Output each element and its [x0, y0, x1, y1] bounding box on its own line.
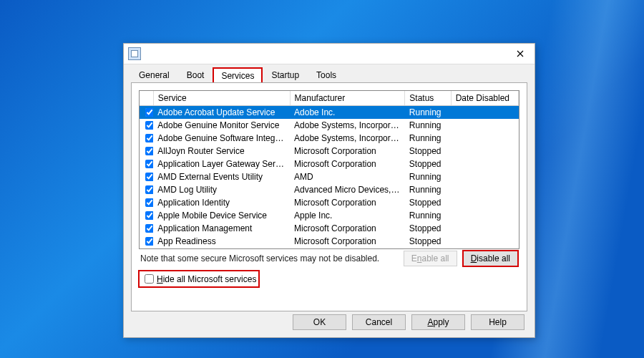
col-manufacturer[interactable]: Manufacturer	[290, 91, 405, 106]
cell-manufacturer: Microsoft Corporation	[290, 248, 405, 248]
cell-status: Running	[405, 183, 451, 196]
cancel-button[interactable]: Cancel	[352, 314, 406, 330]
table-row[interactable]: Application Layer Gateway ServiceMicroso…	[140, 158, 519, 170]
service-checkbox[interactable]	[145, 108, 153, 117]
table-row[interactable]: Adobe Genuine Software Integri...Adobe S…	[140, 132, 519, 145]
tab-boot[interactable]: Boot	[179, 67, 213, 82]
cell-status: Running	[405, 209, 451, 222]
cell-manufacturer: Adobe Systems, Incorpora...	[290, 132, 405, 145]
table-row[interactable]: Adobe Genuine Monitor ServiceAdobe Syste…	[140, 119, 519, 132]
cell-service: Adobe Genuine Monitor Service	[153, 119, 290, 132]
cell-date_disabled	[451, 170, 518, 183]
help-button[interactable]: Help	[471, 314, 525, 330]
table-row[interactable]: AppX Deployment Service (AppX...Microsof…	[140, 248, 519, 248]
table-row[interactable]: Apple Mobile Device ServiceApple Inc.Run…	[140, 209, 519, 222]
cell-date_disabled	[451, 145, 518, 158]
service-checkbox[interactable]	[145, 134, 153, 142]
cell-manufacturer: Advanced Micro Devices, I...	[290, 183, 405, 196]
service-checkbox[interactable]	[145, 211, 153, 220]
col-checkbox[interactable]	[140, 91, 153, 106]
ok-button[interactable]: OK	[293, 314, 346, 330]
cell-manufacturer: AMD	[290, 170, 405, 183]
cell-date_disabled	[451, 209, 518, 222]
cell-date_disabled	[451, 183, 518, 196]
service-checkbox[interactable]	[145, 237, 153, 246]
service-checkbox[interactable]	[145, 147, 153, 155]
app-icon	[128, 47, 141, 60]
cell-manufacturer: Microsoft Corporation	[290, 235, 405, 248]
cell-status: Stopped	[405, 222, 451, 235]
desktop-wallpaper: GeneralBootServicesStartupTools Service …	[0, 0, 644, 358]
dialog-buttons: OK Cancel Apply Help	[293, 314, 525, 330]
close-icon	[517, 50, 524, 57]
tab-tools[interactable]: Tools	[308, 67, 344, 82]
service-checkbox[interactable]	[145, 121, 153, 130]
cell-manufacturer: Microsoft Corporation	[290, 158, 405, 170]
cell-date_disabled	[451, 196, 518, 209]
service-checkbox[interactable]	[145, 198, 153, 207]
tabstrip: GeneralBootServicesStartupTools	[124, 64, 535, 82]
cell-status: Stopped	[405, 235, 451, 248]
services-listview[interactable]: Service Manufacturer Status Date Disable…	[139, 90, 519, 249]
cell-service: Apple Mobile Device Service	[153, 209, 290, 222]
cell-status: Stopped	[405, 248, 451, 248]
cell-service: AMD Log Utility	[153, 183, 290, 196]
table-row[interactable]: Application ManagementMicrosoft Corporat…	[140, 222, 519, 235]
apply-button[interactable]: Apply	[411, 314, 465, 330]
cell-manufacturer: Apple Inc.	[290, 209, 405, 222]
cell-service: AMD External Events Utility	[153, 170, 290, 183]
cell-date_disabled	[451, 248, 518, 248]
cell-service: Adobe Acrobat Update Service	[153, 106, 290, 120]
cell-manufacturer: Adobe Inc.	[290, 106, 405, 120]
cell-date_disabled	[451, 119, 518, 132]
tab-general[interactable]: General	[131, 67, 177, 82]
cell-date_disabled	[451, 222, 518, 235]
table-row[interactable]: App ReadinessMicrosoft CorporationStoppe…	[140, 235, 519, 248]
cell-status: Running	[405, 106, 451, 120]
table-row[interactable]: AMD Log UtilityAdvanced Micro Devices, I…	[140, 183, 519, 196]
hide-microsoft-services-input[interactable]	[145, 274, 154, 284]
cell-service: Adobe Genuine Software Integri...	[153, 132, 290, 145]
secure-services-note: Note that some secure Microsoft services…	[140, 253, 379, 263]
cell-manufacturer: Microsoft Corporation	[290, 145, 405, 158]
tab-services[interactable]: Services	[213, 68, 262, 83]
cell-status: Running	[405, 170, 451, 183]
table-row[interactable]: Application IdentityMicrosoft Corporatio…	[140, 196, 519, 209]
cell-service: Application Identity	[153, 196, 290, 209]
table-row[interactable]: AllJoyn Router ServiceMicrosoft Corporat…	[140, 145, 519, 158]
cell-status: Stopped	[405, 158, 451, 170]
cell-date_disabled	[451, 132, 518, 145]
col-status[interactable]: Status	[405, 91, 451, 106]
cell-service: Application Layer Gateway Service	[153, 158, 290, 170]
cell-service: AllJoyn Router Service	[153, 145, 290, 158]
enable-all-button[interactable]: Enable all	[404, 251, 457, 266]
service-checkbox[interactable]	[145, 224, 153, 233]
col-service[interactable]: Service	[153, 91, 290, 106]
cell-status: Stopped	[405, 196, 451, 209]
tab-startup[interactable]: Startup	[263, 67, 307, 82]
cell-service: AppX Deployment Service (AppX...	[153, 248, 290, 248]
service-checkbox[interactable]	[145, 160, 153, 168]
service-checkbox[interactable]	[145, 173, 153, 181]
table-row[interactable]: Adobe Acrobat Update ServiceAdobe Inc.Ru…	[140, 106, 519, 120]
titlebar[interactable]	[124, 44, 535, 64]
cell-manufacturer: Adobe Systems, Incorpora...	[290, 119, 405, 132]
tab-panel-services: Service Manufacturer Status Date Disable…	[131, 82, 527, 311]
table-row[interactable]: AMD External Events UtilityAMDRunning	[140, 170, 519, 183]
service-checkbox[interactable]	[145, 185, 153, 194]
cell-manufacturer: Microsoft Corporation	[290, 196, 405, 209]
msconfig-window: GeneralBootServicesStartupTools Service …	[123, 43, 535, 338]
cell-status: Running	[405, 119, 451, 132]
cell-service: App Readiness	[153, 235, 290, 248]
disable-all-button[interactable]: Disable all	[463, 251, 518, 266]
cell-manufacturer: Microsoft Corporation	[290, 222, 405, 235]
cell-status: Stopped	[405, 145, 451, 158]
cell-date_disabled	[451, 106, 518, 120]
col-date-disabled[interactable]: Date Disabled	[451, 91, 518, 106]
cell-service: Application Management	[153, 222, 290, 235]
cell-date_disabled	[451, 158, 518, 170]
cell-status: Running	[405, 132, 451, 145]
cell-date_disabled	[451, 235, 518, 248]
hide-microsoft-services-checkbox[interactable]: Hide all Microsoft services	[139, 271, 259, 287]
close-button[interactable]	[506, 44, 535, 64]
